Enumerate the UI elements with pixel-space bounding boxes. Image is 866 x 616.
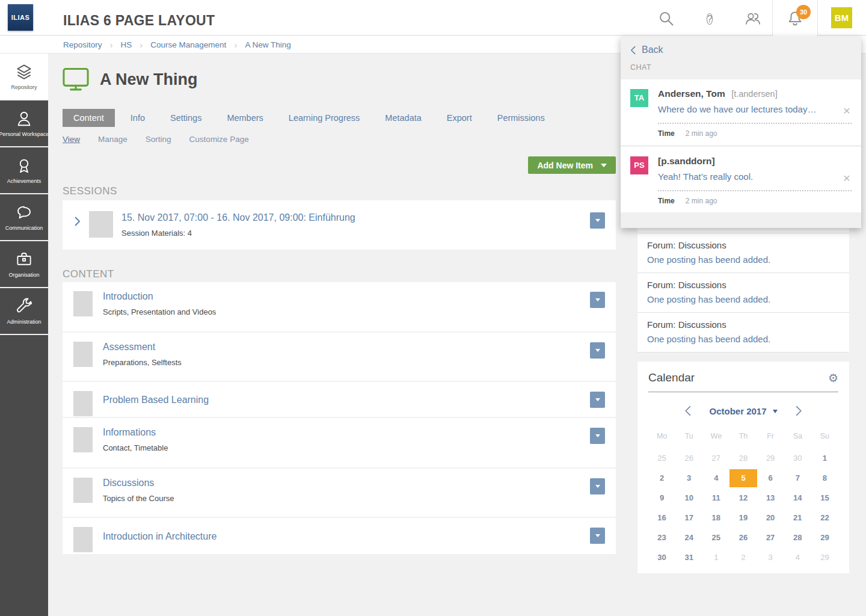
tab-permissions[interactable]: Permissions (497, 113, 545, 123)
search-button[interactable] (656, 8, 677, 29)
calendar-day[interactable]: 28 (784, 529, 811, 547)
sidebar-item-administration[interactable]: Administration (0, 288, 48, 335)
tab-content[interactable]: Content (63, 109, 115, 127)
close-icon[interactable]: × (841, 103, 853, 118)
subtab-sorting[interactable]: Sorting (146, 135, 171, 147)
calendar-day[interactable]: 16 (648, 509, 675, 527)
calendar-day[interactable]: 25 (648, 449, 675, 467)
item-actions-dropdown[interactable] (590, 528, 605, 544)
calendar-day[interactable]: 1 (702, 549, 729, 567)
subtab-view[interactable]: View (63, 135, 80, 147)
sidebar-item-repository[interactable]: Repository (0, 54, 48, 100)
calendar-day[interactable]: 3 (675, 469, 702, 487)
session-title-link[interactable]: 15. Nov 2017, 07:00 - 16. Nov 2017, 09:0… (121, 212, 355, 223)
chevron-right-icon[interactable] (75, 217, 81, 250)
calendar-day[interactable]: 20 (757, 509, 784, 527)
back-button[interactable]: Back (621, 36, 861, 61)
calendar-month-dropdown[interactable]: October 2017 (709, 406, 777, 416)
calendar-day[interactable]: 10 (675, 489, 702, 507)
calendar-day[interactable]: 3 (757, 549, 784, 567)
calendar-day[interactable]: 23 (648, 529, 675, 547)
calendar-day[interactable]: 29 (811, 549, 838, 567)
calendar-day[interactable]: 29 (811, 529, 838, 547)
calendar-day[interactable]: 31 (675, 549, 702, 567)
content-item-link[interactable]: Assessment (103, 342, 182, 353)
forum-feed-link[interactable]: One posting has beend added. (647, 294, 840, 304)
calendar-day[interactable]: 1 (811, 449, 838, 467)
calendar-day[interactable]: 14 (784, 489, 811, 507)
session-actions-dropdown[interactable] (590, 212, 605, 229)
tab-settings[interactable]: Settings (170, 113, 201, 123)
calendar-day[interactable]: 4 (702, 469, 729, 487)
tab-metadata[interactable]: Metadata (385, 113, 421, 123)
main-sidebar: Repository Personal Workspace Achievemen… (0, 54, 48, 616)
calendar-day[interactable]: 4 (784, 549, 811, 567)
sidebar-item-personal-workspace[interactable]: Personal Workspace (0, 100, 48, 147)
sidebar-item-achievements[interactable]: Achievements (0, 147, 48, 194)
item-actions-dropdown[interactable] (590, 292, 605, 308)
subtab-customize-page[interactable]: Customize Page (189, 135, 249, 147)
user-avatar[interactable]: BM (831, 7, 852, 28)
item-actions-dropdown[interactable] (590, 342, 605, 359)
content-item-link[interactable]: Introduction (103, 291, 216, 302)
item-actions-dropdown[interactable] (590, 428, 605, 444)
tab-members[interactable]: Members (227, 113, 263, 123)
tab-info[interactable]: Info (131, 113, 145, 123)
chat-message-link[interactable]: Yeah! That’s really cool. (658, 171, 852, 182)
help-button[interactable]: ? (699, 8, 720, 29)
content-item-link[interactable]: Introduction in Architecture (103, 531, 216, 542)
calendar-day-selected[interactable]: 5 (729, 469, 757, 487)
calendar-day[interactable]: 26 (729, 529, 757, 547)
content-item-description: Topics of the Course (103, 494, 174, 503)
calendar-day[interactable]: 12 (729, 489, 757, 507)
forum-feed-link[interactable]: One posting has beend added. (647, 254, 840, 265)
breadcrumb-link-course-management[interactable]: Course Management (150, 40, 226, 49)
add-new-item-button[interactable]: Add New Item (528, 156, 616, 174)
calendar-day[interactable]: 8 (811, 469, 838, 487)
sidebar-item-organisation[interactable]: Organisation (0, 241, 48, 288)
calendar-prev-month-button[interactable] (684, 405, 691, 416)
sidebar-item-communication[interactable]: Communication (0, 194, 48, 241)
calendar-day[interactable]: 30 (648, 549, 675, 567)
calendar-day[interactable]: 2 (729, 549, 757, 567)
calendar-day[interactable]: 27 (702, 449, 729, 467)
calendar-day[interactable]: 26 (675, 449, 702, 467)
item-actions-dropdown[interactable] (590, 392, 605, 408)
calendar-day[interactable]: 29 (757, 449, 784, 467)
item-actions-dropdown[interactable] (590, 478, 605, 494)
calendar-day[interactable]: 11 (702, 489, 729, 507)
calendar-day[interactable]: 7 (784, 469, 811, 487)
calendar-day[interactable]: 15 (811, 489, 838, 507)
calendar-day[interactable]: 21 (784, 509, 811, 527)
calendar-day[interactable]: 30 (784, 449, 811, 467)
calendar-day[interactable]: 17 (675, 509, 702, 527)
calendar-day[interactable]: 6 (757, 469, 784, 487)
calendar-day[interactable]: 27 (757, 529, 784, 547)
calendar-day[interactable]: 24 (675, 529, 702, 547)
content-item-link[interactable]: Discussions (103, 478, 174, 488)
calendar-day[interactable]: 19 (729, 509, 757, 527)
calendar-day[interactable]: 25 (702, 529, 729, 547)
calendar-day[interactable]: 13 (757, 489, 784, 507)
breadcrumb-current-page[interactable]: A New Thing (245, 40, 290, 49)
calendar-day[interactable]: 2 (648, 469, 675, 487)
subtab-manage[interactable]: Manage (98, 135, 127, 147)
ilias-logo[interactable]: ILIAS (8, 4, 33, 31)
calendar-day[interactable]: 18 (702, 509, 729, 527)
close-icon[interactable]: × (841, 171, 853, 185)
who-is-online-button[interactable] (743, 8, 763, 29)
forum-feed-link[interactable]: One posting has beend added. (647, 334, 840, 344)
calendar-day[interactable]: 9 (648, 489, 675, 507)
breadcrumb-link-hs[interactable]: HS (121, 40, 132, 49)
tab-export[interactable]: Export (447, 113, 472, 123)
calendar-next-month-button[interactable] (796, 405, 802, 416)
chat-message-link[interactable]: Where do we have our lectures today… (658, 104, 852, 114)
breadcrumb-link-repository[interactable]: Repository (63, 40, 102, 49)
content-item-link[interactable]: Problem Based Learning (103, 395, 209, 405)
notifications-tab[interactable]: 30 (772, 0, 818, 36)
calendar-day[interactable]: 28 (729, 449, 757, 467)
gear-icon[interactable]: ⚙ (828, 372, 838, 384)
tab-learning-progress[interactable]: Learning Progress (289, 113, 360, 123)
content-item-link[interactable]: Informations (103, 427, 168, 438)
calendar-day[interactable]: 22 (811, 509, 838, 527)
